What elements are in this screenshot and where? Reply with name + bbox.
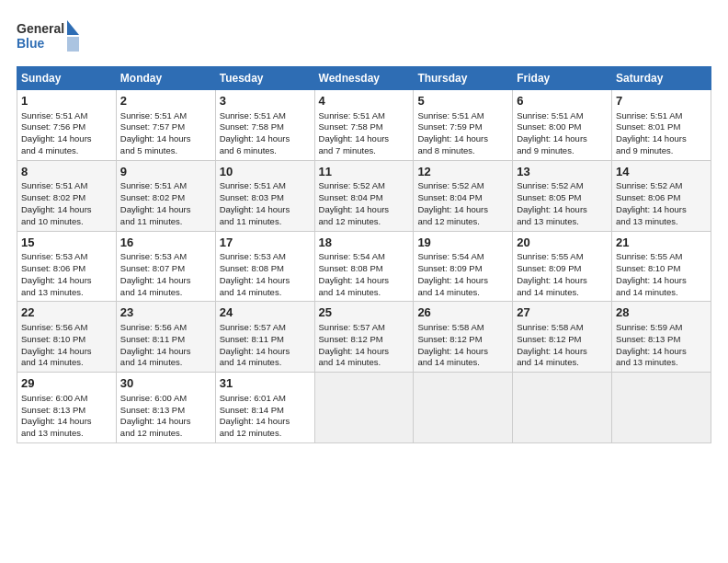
day-info-line: Sunrise: 6:00 AM [120, 393, 211, 405]
day-info-line: Daylight: 14 hours [120, 133, 211, 145]
day-info-line: Sunrise: 5:58 AM [417, 322, 508, 334]
day-number: 27 [517, 304, 608, 321]
day-info-line: Sunset: 8:07 PM [120, 263, 211, 275]
day-info-line: Sunset: 8:05 PM [517, 192, 608, 204]
day-info-line: Daylight: 14 hours [21, 416, 112, 428]
day-info-line: Daylight: 14 hours [517, 133, 608, 145]
calendar-cell: 13Sunrise: 5:52 AMSunset: 8:05 PMDayligh… [513, 160, 612, 231]
day-info-line: Sunset: 8:06 PM [21, 263, 112, 275]
day-header-friday: Friday [513, 67, 612, 90]
calendar-cell: 27Sunrise: 5:58 AMSunset: 8:12 PMDayligh… [513, 302, 612, 373]
day-info-line: Daylight: 14 hours [120, 346, 211, 358]
calendar-cell: 20Sunrise: 5:55 AMSunset: 8:09 PMDayligh… [513, 231, 612, 302]
calendar-week-4: 22Sunrise: 5:56 AMSunset: 8:10 PMDayligh… [17, 302, 711, 373]
calendar-cell: 14Sunrise: 5:52 AMSunset: 8:06 PMDayligh… [612, 160, 711, 231]
day-info-line: Sunset: 7:59 PM [417, 121, 508, 133]
day-info-line: Sunrise: 5:51 AM [517, 110, 608, 122]
day-number: 24 [220, 304, 311, 321]
day-info-line: Sunset: 7:58 PM [319, 121, 410, 133]
calendar-cell: 28Sunrise: 5:59 AMSunset: 8:13 PMDayligh… [612, 302, 711, 373]
day-info-line: and 14 minutes. [517, 357, 608, 369]
day-info-line: Sunrise: 5:57 AM [220, 322, 311, 334]
day-info-line: Daylight: 14 hours [220, 204, 311, 216]
day-info-line: Sunset: 8:14 PM [220, 405, 311, 417]
day-info-line: Daylight: 14 hours [417, 204, 508, 216]
calendar-cell: 12Sunrise: 5:52 AMSunset: 8:04 PMDayligh… [414, 160, 513, 231]
calendar-cell: 21Sunrise: 5:55 AMSunset: 8:10 PMDayligh… [612, 231, 711, 302]
day-info-line: Sunset: 8:13 PM [21, 405, 112, 417]
day-info-line: and 4 minutes. [21, 145, 112, 157]
svg-text:Blue: Blue [17, 36, 45, 51]
day-info-line: Sunset: 8:08 PM [220, 263, 311, 275]
day-info-line: and 12 minutes. [319, 216, 410, 228]
calendar-cell: 5Sunrise: 5:51 AMSunset: 7:59 PMDaylight… [414, 90, 513, 161]
day-number: 11 [319, 164, 410, 180]
day-info-line: Sunset: 8:08 PM [319, 263, 410, 275]
day-info-line: Sunrise: 5:53 AM [220, 251, 311, 263]
day-info-line: Sunset: 7:57 PM [120, 121, 211, 133]
day-info-line: and 14 minutes. [319, 357, 410, 369]
day-info-line: Sunset: 8:03 PM [220, 192, 311, 204]
calendar-cell: 30Sunrise: 6:00 AMSunset: 8:13 PMDayligh… [116, 373, 215, 443]
day-number: 4 [319, 93, 410, 109]
day-info-line: Daylight: 14 hours [517, 204, 608, 216]
day-info-line: Sunrise: 5:55 AM [616, 251, 707, 263]
day-number: 26 [417, 304, 508, 321]
calendar-cell: 31Sunrise: 6:01 AMSunset: 8:14 PMDayligh… [215, 373, 314, 443]
day-info-line: Daylight: 14 hours [21, 204, 112, 216]
day-info-line: Daylight: 14 hours [417, 275, 508, 287]
day-info-line: Daylight: 14 hours [616, 275, 707, 287]
day-number: 29 [21, 375, 112, 392]
svg-marker-2 [67, 20, 79, 35]
day-number: 2 [120, 93, 211, 109]
day-info-line: Daylight: 14 hours [517, 275, 608, 287]
calendar-cell: 6Sunrise: 5:51 AMSunset: 8:00 PMDaylight… [513, 90, 612, 161]
calendar-cell [513, 373, 612, 443]
day-number: 23 [120, 304, 211, 321]
day-number: 22 [21, 304, 112, 321]
day-info-line: and 12 minutes. [120, 428, 211, 440]
svg-text:General: General [17, 21, 64, 36]
day-info-line: Sunrise: 5:57 AM [319, 322, 410, 334]
calendar-cell: 23Sunrise: 5:56 AMSunset: 8:11 PMDayligh… [116, 302, 215, 373]
day-info-line: and 9 minutes. [616, 145, 707, 157]
day-info-line: Sunrise: 5:59 AM [616, 322, 707, 334]
day-header-tuesday: Tuesday [215, 67, 314, 90]
day-header-thursday: Thursday [414, 67, 513, 90]
day-info-line: Daylight: 14 hours [616, 346, 707, 358]
day-number: 8 [21, 164, 112, 180]
day-number: 20 [517, 235, 608, 251]
day-info-line: Daylight: 14 hours [120, 204, 211, 216]
day-info-line: Sunset: 8:09 PM [517, 263, 608, 275]
calendar-cell: 4Sunrise: 5:51 AMSunset: 7:58 PMDaylight… [314, 90, 414, 161]
calendar-header-row: SundayMondayTuesdayWednesdayThursdayFrid… [17, 67, 711, 90]
day-number: 30 [120, 375, 211, 392]
svg-marker-3 [67, 37, 79, 52]
day-number: 12 [417, 164, 508, 180]
day-info-line: and 14 minutes. [220, 287, 311, 299]
day-header-saturday: Saturday [612, 67, 711, 90]
day-info-line: Sunrise: 5:52 AM [319, 180, 410, 192]
day-info-line: Daylight: 14 hours [21, 275, 112, 287]
day-info-line: and 9 minutes. [517, 145, 608, 157]
calendar-cell: 10Sunrise: 5:51 AMSunset: 8:03 PMDayligh… [215, 160, 314, 231]
day-info-line: Sunrise: 5:53 AM [120, 251, 211, 263]
day-info-line: and 13 minutes. [21, 428, 112, 440]
day-info-line: and 13 minutes. [616, 357, 707, 369]
day-info-line: Sunset: 8:06 PM [616, 192, 707, 204]
day-info-line: Daylight: 14 hours [417, 346, 508, 358]
day-info-line: and 5 minutes. [120, 145, 211, 157]
day-info-line: Sunrise: 6:01 AM [220, 393, 311, 405]
day-info-line: Sunset: 8:01 PM [616, 121, 707, 133]
day-info-line: Sunrise: 5:51 AM [220, 110, 311, 122]
day-info-line: Sunrise: 5:53 AM [21, 251, 112, 263]
day-info-line: Sunset: 8:12 PM [319, 334, 410, 346]
day-number: 28 [616, 304, 707, 321]
day-number: 31 [220, 375, 311, 392]
calendar-cell [314, 373, 414, 443]
day-info-line: and 13 minutes. [517, 216, 608, 228]
day-number: 15 [21, 235, 112, 251]
day-info-line: Sunset: 7:58 PM [220, 121, 311, 133]
day-info-line: Sunset: 8:13 PM [120, 405, 211, 417]
day-number: 10 [220, 164, 311, 180]
